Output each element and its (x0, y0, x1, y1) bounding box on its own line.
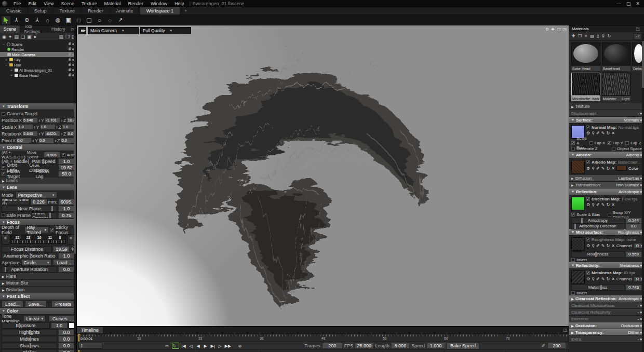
reflection-scale-bias-checkbox[interactable] (571, 213, 575, 216)
focus-distance-field[interactable]: 19.59 (53, 246, 70, 252)
dome-tool-icon[interactable]: ⌂ (43, 16, 52, 24)
pivot-y-field[interactable]: 0.0 (38, 138, 54, 143)
tab-history[interactable]: History (48, 25, 69, 33)
end-frame-field[interactable]: 200 (547, 343, 566, 349)
add-mesh-icon[interactable]: ● (34, 34, 36, 39)
duplicate-material-icon[interactable]: ❐ (578, 34, 582, 38)
scene-panel-scrollbar[interactable] (74, 25, 76, 352)
metalness-map-thumbnail[interactable] (571, 270, 585, 284)
safe-frame-checkbox[interactable] (2, 213, 5, 217)
lock-icon[interactable] (69, 48, 71, 50)
aperture-load-button[interactable]: Load... (53, 259, 75, 266)
material-moustache-dark[interactable]: Moustache_dark (571, 73, 600, 101)
viewport-maximize-icon[interactable]: ▢ (557, 27, 561, 32)
frame-opacity-field[interactable]: 0.75 (58, 212, 75, 219)
orbit-distance-field[interactable]: 19.62 (58, 165, 75, 171)
play-backwards-icon[interactable]: ◁ (189, 344, 194, 348)
loop-icon[interactable]: ↻ (172, 343, 179, 349)
pivot-x-field[interactable]: 0.0 (16, 138, 32, 143)
surface-header[interactable]: Surface:Normals (569, 117, 644, 124)
play-alt-icon[interactable]: ▷ (218, 344, 223, 348)
aperture-rotation-slider[interactable]: Aperture Rotation (2, 266, 57, 273)
gear-icon[interactable]: ⚙ (586, 166, 590, 171)
fov-field[interactable]: 0.226 (31, 199, 47, 205)
albedo-map-checkbox[interactable] (586, 160, 590, 164)
current-frame-field[interactable]: 1 (78, 343, 102, 349)
expander-icon[interactable]: − (2, 43, 6, 46)
highlights-field[interactable]: 0.0 (58, 329, 75, 335)
exposure-slider[interactable]: Exposure (2, 322, 50, 329)
extra-header[interactable]: Extra:- (569, 336, 644, 343)
pan-speed-field[interactable]: 1.0 (58, 158, 75, 165)
aperture-gauge[interactable]: 32 23 16 11 8 (2, 234, 75, 245)
playhead[interactable] (78, 334, 79, 342)
viewport-expand-icon[interactable]: ◳ (562, 27, 567, 32)
workspace-tab-animate[interactable]: Animate (110, 7, 140, 15)
tree-item-al-swearengen[interactable]: + Al Swearengen_01 (0, 67, 76, 73)
menu-window[interactable]: Window (147, 1, 170, 6)
timeline-expand-icon[interactable]: ◳ (561, 328, 569, 332)
picker-icon[interactable]: ✐ (596, 277, 600, 281)
scale-x-field[interactable]: 1.0 (18, 124, 33, 130)
clearcoat-reflection-header[interactable]: Clearcoat Reflection:Anisotropic (569, 295, 644, 302)
metalness-field[interactable]: 0.743 (625, 285, 642, 291)
generate-z-checkbox[interactable] (571, 147, 575, 151)
clearcoat-microsurface-header[interactable]: Clearcoat Microsurface:- (569, 302, 644, 309)
scale-y-field[interactable]: 1.0 (40, 124, 56, 130)
lock-icon[interactable] (69, 74, 71, 76)
poly-select-icon[interactable]: ↗ (116, 16, 125, 24)
lock-icon[interactable] (69, 64, 71, 66)
play-icon[interactable]: ▶ (203, 344, 208, 348)
clear-icon[interactable]: ✕ (611, 166, 615, 171)
clearcoat-reflectivity-header[interactable]: Clearcoat Reflectivity:- (569, 309, 644, 316)
duplicate-icon[interactable]: ❐ (65, 34, 70, 39)
add-material-icon[interactable]: ✚ (572, 34, 575, 38)
expander-icon[interactable]: + (4, 58, 8, 62)
direction-map-thumbnail[interactable] (571, 197, 585, 210)
gear-icon[interactable]: ⚙ (586, 131, 590, 136)
viewport-add-icon[interactable]: ✚ (551, 27, 555, 32)
curves-button[interactable]: Curves... (49, 315, 75, 322)
microsurface-header[interactable]: Microsurface:Roughness (569, 229, 644, 236)
flip-z-checkbox[interactable] (625, 141, 629, 145)
rotation-x-field[interactable]: 5.645 (22, 131, 38, 137)
frames-field[interactable]: 200 (322, 343, 343, 349)
material-trash-icon[interactable]: ▯ (597, 34, 599, 38)
edit-icon[interactable]: ✎ (601, 202, 605, 207)
expander-icon[interactable]: + (9, 74, 14, 77)
reload-icon[interactable]: ↻ (606, 243, 610, 248)
viewport-gear-icon[interactable]: ⚙ (545, 27, 549, 32)
materials-scrollbar[interactable] (642, 33, 644, 352)
material-moustache-light[interactable]: Moustac..._Light (602, 73, 630, 101)
cut-icon[interactable]: ✂ (165, 344, 170, 348)
workspace-tab-texture[interactable]: Texture (53, 7, 82, 15)
position-x-field[interactable]: 6.646 (22, 117, 38, 123)
reflectivity-header[interactable]: Reflectivity:Metalness (569, 262, 644, 269)
stepper-icon[interactable] (61, 119, 63, 122)
expander-icon[interactable]: − (4, 63, 8, 67)
bokeh-ratio-field[interactable]: 1.0 (58, 253, 75, 259)
workspace-tab-setup[interactable]: Setup (28, 7, 53, 15)
post-effect-header[interactable]: Post Effect (0, 293, 76, 300)
stepper-icon[interactable] (56, 126, 58, 129)
menu-scene[interactable]: Scene (58, 1, 77, 6)
minimize-icon[interactable]: — (616, 1, 621, 6)
zoom-icon[interactable]: ⚲ (592, 131, 595, 136)
marquee-select-icon[interactable]: ▢ (85, 16, 93, 24)
tree-item-hair[interactable]: − Hair (0, 62, 76, 67)
metalness-slider[interactable]: Metalness (571, 285, 624, 291)
transparency-header[interactable]: Transparency:Dither (569, 329, 644, 336)
step-forward-icon[interactable]: ▶| (210, 344, 216, 348)
material-folder-icon[interactable]: ▤ (591, 34, 595, 38)
albedo-map-thumbnail[interactable] (571, 160, 585, 173)
picker-icon[interactable]: ✐ (596, 202, 600, 207)
scale-bias-checkbox[interactable] (571, 141, 575, 145)
zoom-icon[interactable]: ⚲ (592, 243, 595, 248)
bokeh-ratio-slider[interactable]: Anamorphic Bokeh Ratio (2, 253, 57, 259)
tree-item-main-camera[interactable]: Main Camera (0, 52, 76, 57)
tree-item-render[interactable]: Render (0, 47, 76, 52)
stepper-icon[interactable] (38, 132, 41, 136)
go-to-end-icon[interactable]: ▶▶ (225, 344, 231, 348)
workspace-add-button[interactable]: + (180, 7, 191, 15)
shadows-field[interactable]: 0.0 (58, 343, 75, 349)
